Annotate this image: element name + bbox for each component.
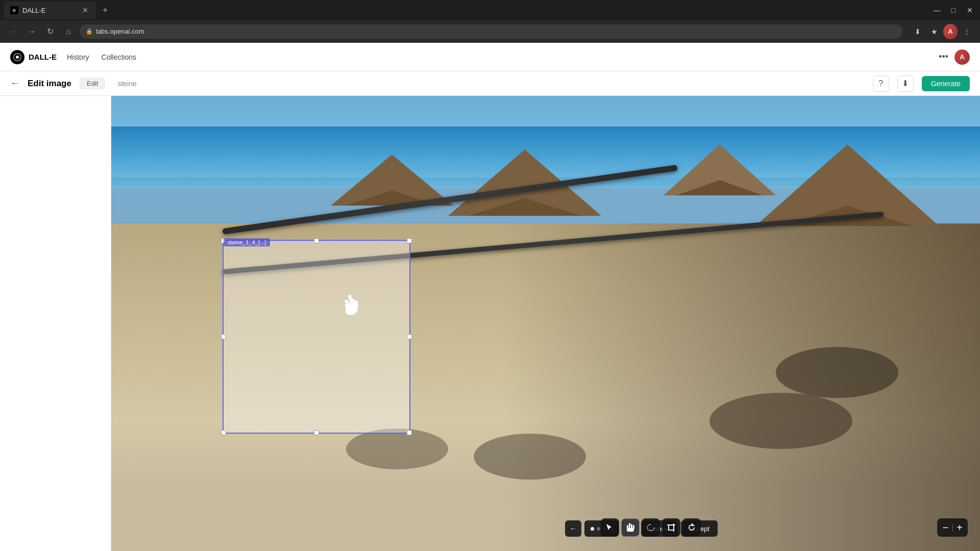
shadow-circle-1 xyxy=(346,429,448,469)
minimize-button[interactable]: — xyxy=(931,4,943,16)
address-bar[interactable]: 🔒 labs.openai.com xyxy=(80,24,902,39)
tab-bar: D DALL-E ✕ + — □ ✕ xyxy=(0,0,980,20)
handle-mid-right[interactable] xyxy=(407,334,412,339)
header-more-button[interactable]: ••• xyxy=(939,52,948,62)
forward-button[interactable]: → xyxy=(24,24,39,39)
tab-favicon: D xyxy=(10,6,18,14)
home-button[interactable]: ⌂ xyxy=(61,24,76,39)
grab-tool-button[interactable] xyxy=(621,518,640,537)
selection-label: steine_1_4_[...] xyxy=(224,238,270,246)
canvas-area[interactable]: steine_1_4_[...] ← → Cancel Accept xyxy=(111,96,980,551)
main-content: steine_1_4_[...] ← → Cancel Accept xyxy=(0,96,980,551)
zoom-separator: | xyxy=(951,523,953,532)
crop-tool-button[interactable] xyxy=(662,518,680,537)
tab-close-button[interactable]: ✕ xyxy=(81,6,90,15)
sidebar xyxy=(0,96,111,551)
generate-button[interactable]: Generate xyxy=(922,76,970,91)
help-button[interactable]: ? xyxy=(873,76,889,92)
select-tool-button[interactable] xyxy=(601,518,619,537)
dot-1[interactable] xyxy=(591,527,594,531)
edit-prompt-input[interactable] xyxy=(117,80,864,88)
zoom-in-button[interactable]: + xyxy=(957,522,963,534)
handle-top-right[interactable] xyxy=(407,238,412,243)
nav-right-icons: ⬇ ★ A ⋮ xyxy=(911,24,974,39)
drawing-tools xyxy=(601,518,701,537)
tab-bar-right: — □ ✕ xyxy=(931,4,976,16)
app-name: DALL-E xyxy=(29,53,57,61)
shadow-circle-2 xyxy=(474,434,586,480)
header-nav: History Collections xyxy=(67,53,136,61)
prev-result-button[interactable]: ← xyxy=(565,520,581,537)
grab-tool-icon xyxy=(625,522,635,533)
shadow-circle-4 xyxy=(776,347,898,398)
nav-history[interactable]: History xyxy=(67,53,89,61)
zoom-out-button[interactable]: − xyxy=(942,522,948,534)
download-button[interactable]: ⬇ xyxy=(897,76,914,92)
umbrella-1 xyxy=(331,155,453,206)
handle-bottom-mid[interactable] xyxy=(314,430,319,435)
handle-mid-left[interactable] xyxy=(221,334,226,339)
handle-top-mid[interactable] xyxy=(314,238,319,243)
handle-bottom-left[interactable] xyxy=(221,430,226,435)
svg-point-0 xyxy=(16,56,19,59)
browser-avatar: A xyxy=(943,24,958,39)
tab-title: DALL-E xyxy=(22,7,77,14)
browser-nav-bar: ← → ↻ ⌂ 🔒 labs.openai.com ⬇ ★ A ⋮ xyxy=(0,20,980,43)
edit-tab-button[interactable]: Edit xyxy=(80,78,105,89)
crop-tool-icon xyxy=(667,523,676,532)
lasso-tool-icon xyxy=(646,523,655,532)
lasso-tool-button[interactable] xyxy=(642,518,660,537)
handle-bottom-right[interactable] xyxy=(407,430,412,435)
user-avatar[interactable]: A xyxy=(954,49,970,65)
refresh-button[interactable]: ↻ xyxy=(43,24,57,39)
profile-icon[interactable]: A xyxy=(943,24,958,39)
back-button[interactable]: ← xyxy=(6,24,20,39)
svg-rect-5 xyxy=(627,528,634,532)
edit-image-title: Edit image xyxy=(28,79,71,89)
back-to-gallery-button[interactable]: ← xyxy=(10,78,19,89)
svg-rect-2 xyxy=(631,524,632,529)
shadow-layer xyxy=(502,223,980,551)
header-right: ••• A xyxy=(939,49,970,65)
rotate-tool-button[interactable] xyxy=(682,518,701,537)
bookmark-icon[interactable]: ★ xyxy=(927,24,941,39)
umbrella-4 xyxy=(664,144,776,195)
app-header: DALL-E History Collections ••• A xyxy=(0,43,980,71)
selection-mask xyxy=(224,241,409,433)
new-tab-button[interactable]: + xyxy=(98,3,112,17)
selection-box[interactable] xyxy=(223,240,410,434)
maximize-button[interactable]: □ xyxy=(947,4,960,16)
nav-collections[interactable]: Collections xyxy=(102,53,136,61)
edit-bar: ← Edit image Edit ? ⬇ Generate xyxy=(0,71,980,96)
dot-2[interactable] xyxy=(597,527,600,531)
shadow-circle-3 xyxy=(709,393,852,449)
rotate-tool-icon xyxy=(687,523,696,532)
zoom-controls: − | + xyxy=(937,518,968,537)
menu-icon[interactable]: ⋮ xyxy=(960,24,974,39)
close-window-button[interactable]: ✕ xyxy=(964,4,976,16)
app-logo-icon xyxy=(10,50,24,64)
svg-rect-6 xyxy=(669,525,674,530)
lock-icon: 🔒 xyxy=(86,28,93,35)
extensions-icon[interactable]: ⬇ xyxy=(911,24,925,39)
address-text: labs.openai.com xyxy=(96,28,144,35)
umbrella-3 xyxy=(755,144,939,226)
svg-rect-1 xyxy=(629,523,630,528)
app-logo: DALL-E xyxy=(10,50,57,64)
active-tab[interactable]: D DALL-E ✕ xyxy=(4,2,96,19)
openai-logo-svg xyxy=(13,53,21,61)
select-tool-icon xyxy=(605,523,615,532)
